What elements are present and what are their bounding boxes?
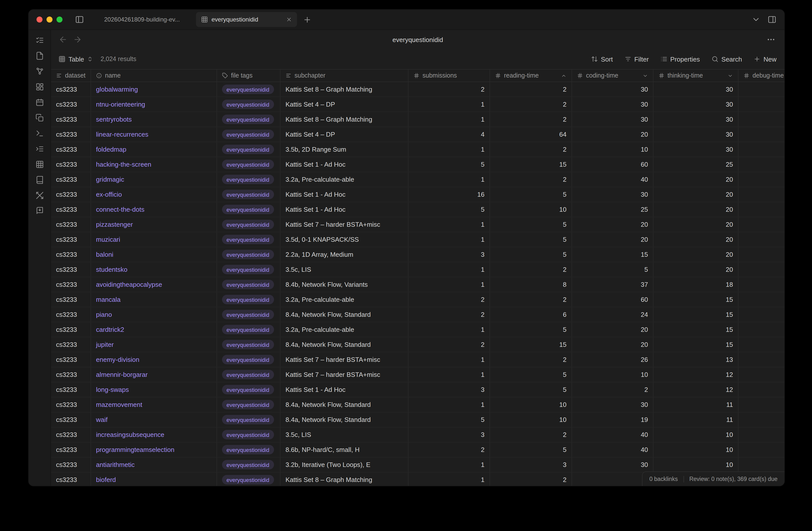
cell-file-tags[interactable]: everyquestionidid [217,262,280,277]
note-link[interactable]: foldedmap [96,145,126,153]
file-tag[interactable]: everyquestionidid [222,160,274,169]
copy-icon[interactable] [32,111,46,125]
new-button[interactable]: New [754,55,777,63]
file-tag[interactable]: everyquestionidid [222,145,274,154]
tab-list-icon[interactable] [752,15,760,24]
cell-submissions[interactable]: 1 [408,473,490,486]
terminal-icon[interactable] [32,126,46,140]
cell-dataset[interactable]: cs3233 [51,127,91,142]
cell-submissions[interactable]: 3 [408,382,490,397]
cell-debug-time[interactable] [739,292,784,307]
toggle-right-sidebar-icon[interactable] [768,15,777,24]
cell-file-tags[interactable]: everyquestionidid [217,187,280,202]
cell-coding-time[interactable]: 10 [572,142,653,157]
column-header-reading-time[interactable]: reading-time [490,70,572,82]
file-tag[interactable]: everyquestionidid [222,235,274,244]
cell-subchapter[interactable]: 8.6b, NP-hard/C, small, H [280,443,408,457]
column-header-submissions[interactable]: submissions [408,70,490,82]
cell-file-tags[interactable]: everyquestionidid [217,127,280,142]
cell-coding-time[interactable]: 20 [572,337,653,352]
cell-thinking-time[interactable]: 20 [653,187,739,202]
cell-reading-time[interactable]: 2 [490,82,572,97]
file-tag[interactable]: everyquestionidid [222,295,274,304]
cell-reading-time[interactable]: 10 [490,202,572,217]
cell-reading-time[interactable]: 2 [490,292,572,307]
cell-coding-time[interactable]: 30 [572,397,653,412]
cell-subchapter[interactable]: Kattis Set 8 – Graph Matching [280,112,408,127]
cell-file-tags[interactable]: everyquestionidid [217,397,280,412]
cell-name[interactable]: antiarithmetic [91,458,217,472]
sort-button[interactable]: Sort [591,55,613,63]
cell-debug-time[interactable] [739,458,784,472]
cell-thinking-time[interactable]: 30 [653,97,739,112]
file-tag[interactable]: everyquestionidid [222,205,274,214]
file-tag[interactable]: everyquestionidid [222,130,274,139]
cell-dataset[interactable]: cs3233 [51,292,91,307]
cell-coding-time[interactable]: 19 [572,413,653,427]
cell-subchapter[interactable]: Kattis Set 7 – harder BSTA+misc [280,367,408,382]
cell-reading-time[interactable]: 5 [490,232,572,247]
search-button[interactable]: Search [711,55,742,63]
cell-coding-time[interactable]: 40 [572,443,653,457]
cell-file-tags[interactable]: everyquestionidid [217,428,280,442]
cell-coding-time[interactable]: 24 [572,307,653,322]
cell-dataset[interactable]: cs3233 [51,172,91,187]
cell-thinking-time[interactable]: 11 [653,413,739,427]
note-link[interactable]: long-swaps [96,386,129,393]
cell-subchapter[interactable]: 8.4a, Network Flow, Standard [280,307,408,322]
cell-debug-time[interactable] [739,127,784,142]
cell-submissions[interactable]: 2 [408,82,490,97]
cell-thinking-time[interactable]: 30 [653,112,739,127]
cell-reading-time[interactable]: 10 [490,397,572,412]
cell-name[interactable]: programmingteamselection [91,443,217,457]
cell-file-tags[interactable]: everyquestionidid [217,307,280,322]
cell-thinking-time[interactable]: 30 [653,127,739,142]
filter-button[interactable]: Filter [624,55,649,63]
cell-thinking-time[interactable]: 20 [653,262,739,277]
more-options-icon[interactable] [767,35,775,44]
cell-reading-time[interactable]: 2 [490,473,572,486]
file-tag[interactable]: everyquestionidid [222,115,274,124]
properties-button[interactable]: Properties [660,55,700,63]
cell-dataset[interactable]: cs3233 [51,307,91,322]
column-header-coding-time[interactable]: coding-time [572,70,653,82]
note-link[interactable]: mancala [96,296,120,303]
cell-reading-time[interactable]: 8 [490,277,572,292]
dashboard-icon[interactable] [32,80,46,94]
graph-icon[interactable] [32,64,46,78]
forward-icon[interactable] [73,35,82,44]
calendar-icon[interactable] [32,95,46,109]
cell-dataset[interactable]: cs3233 [51,458,91,472]
cell-submissions[interactable]: 1 [408,262,490,277]
cell-dataset[interactable]: cs3233 [51,247,91,262]
note-link[interactable]: jupiter [96,341,114,348]
cell-name[interactable]: avoidingtheapocalypse [91,277,217,292]
cell-subchapter[interactable]: Kattis Set 4 – DP [280,127,408,142]
cell-debug-time[interactable] [739,82,784,97]
file-tag[interactable]: everyquestionidid [222,85,274,94]
cell-thinking-time[interactable]: 10 [653,428,739,442]
note-link[interactable]: cardtrick2 [96,326,124,333]
note-link[interactable]: hacking-the-screen [96,160,151,168]
cell-dataset[interactable]: cs3233 [51,82,91,97]
cell-coding-time[interactable]: 37 [572,277,653,292]
cell-name[interactable]: ntnu-orienteering [91,97,217,112]
cell-file-tags[interactable]: everyquestionidid [217,413,280,427]
cell-submissions[interactable]: 1 [408,458,490,472]
cell-coding-time[interactable]: 10 [572,367,653,382]
column-header-thinking-time[interactable]: thinking-time [653,70,739,82]
cell-name[interactable]: waif [91,413,217,427]
note-link[interactable]: waif [96,416,107,423]
cell-file-tags[interactable]: everyquestionidid [217,97,280,112]
cell-name[interactable]: foldedmap [91,142,217,157]
cell-coding-time[interactable]: 30 [572,82,653,97]
cell-debug-time[interactable] [739,247,784,262]
cell-coding-time[interactable]: 5 [572,262,653,277]
cell-dataset[interactable]: cs3233 [51,262,91,277]
cell-dataset[interactable]: cs3233 [51,413,91,427]
cell-submissions[interactable]: 1 [408,277,490,292]
note-link[interactable]: piano [96,311,112,318]
cell-debug-time[interactable] [739,322,784,337]
tab-everyquestionidid[interactable]: everyquestionidid [196,12,297,27]
cell-subchapter[interactable]: 8.4b, Network Flow, Variants [280,277,408,292]
